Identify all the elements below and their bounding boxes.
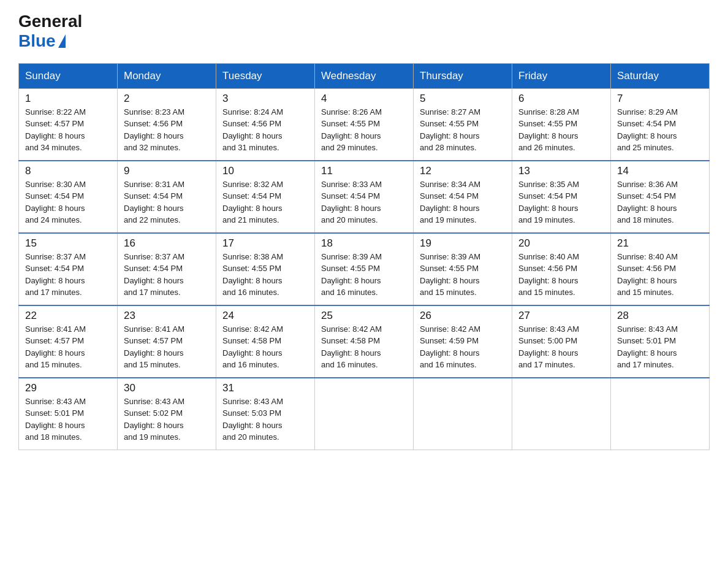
day-number: 1 (25, 93, 111, 105)
day-info: Sunrise: 8:23 AMSunset: 4:56 PMDaylight:… (124, 106, 210, 154)
day-info: Sunrise: 8:37 AMSunset: 4:54 PMDaylight:… (25, 251, 111, 299)
day-info: Sunrise: 8:27 AMSunset: 4:55 PMDaylight:… (420, 106, 506, 154)
day-info: Sunrise: 8:30 AMSunset: 4:54 PMDaylight:… (25, 178, 111, 226)
calendar-cell: 22 Sunrise: 8:41 AMSunset: 4:57 PMDaylig… (19, 305, 118, 378)
day-info: Sunrise: 8:42 AMSunset: 4:58 PMDaylight:… (321, 323, 407, 371)
day-number: 26 (420, 310, 506, 322)
day-info: Sunrise: 8:41 AMSunset: 4:57 PMDaylight:… (25, 323, 111, 371)
logo-general-text: General (18, 12, 82, 31)
column-header-monday: Monday (118, 63, 216, 88)
calendar-cell (611, 378, 710, 450)
column-header-friday: Friday (512, 63, 611, 88)
day-info: Sunrise: 8:26 AMSunset: 4:55 PMDaylight:… (321, 106, 407, 154)
calendar-week-row: 22 Sunrise: 8:41 AMSunset: 4:57 PMDaylig… (19, 305, 710, 378)
page-header: General Blue (18, 12, 710, 51)
calendar-cell: 26 Sunrise: 8:42 AMSunset: 4:59 PMDaylig… (414, 305, 512, 378)
day-number: 22 (25, 310, 111, 322)
day-info: Sunrise: 8:43 AMSunset: 5:00 PMDaylight:… (518, 323, 604, 371)
day-info: Sunrise: 8:38 AMSunset: 4:55 PMDaylight:… (222, 251, 308, 299)
calendar-cell: 19 Sunrise: 8:39 AMSunset: 4:55 PMDaylig… (414, 233, 512, 305)
day-number: 30 (124, 382, 210, 394)
day-number: 29 (25, 382, 111, 394)
day-number: 15 (25, 237, 111, 250)
calendar-cell: 7 Sunrise: 8:29 AMSunset: 4:54 PMDayligh… (611, 88, 710, 161)
logo-triangle-icon (58, 34, 66, 48)
calendar-cell: 1 Sunrise: 8:22 AMSunset: 4:57 PMDayligh… (19, 88, 118, 161)
column-header-saturday: Saturday (611, 63, 710, 88)
calendar-week-row: 1 Sunrise: 8:22 AMSunset: 4:57 PMDayligh… (19, 88, 710, 161)
calendar-cell: 11 Sunrise: 8:33 AMSunset: 4:54 PMDaylig… (315, 161, 414, 233)
day-number: 20 (518, 237, 604, 250)
day-number: 31 (222, 382, 308, 394)
day-info: Sunrise: 8:31 AMSunset: 4:54 PMDaylight:… (124, 178, 210, 226)
day-number: 21 (617, 237, 703, 250)
calendar-cell (315, 378, 414, 450)
column-header-thursday: Thursday (414, 63, 512, 88)
day-info: Sunrise: 8:33 AMSunset: 4:54 PMDaylight:… (321, 178, 407, 226)
day-number: 28 (617, 310, 703, 322)
calendar-week-row: 29 Sunrise: 8:43 AMSunset: 5:01 PMDaylig… (19, 378, 710, 450)
day-info: Sunrise: 8:43 AMSunset: 5:03 PMDaylight:… (222, 396, 308, 443)
calendar-cell: 3 Sunrise: 8:24 AMSunset: 4:56 PMDayligh… (216, 88, 315, 161)
calendar-cell: 17 Sunrise: 8:38 AMSunset: 4:55 PMDaylig… (216, 233, 315, 305)
calendar-cell: 18 Sunrise: 8:39 AMSunset: 4:55 PMDaylig… (315, 233, 414, 305)
day-number: 2 (124, 93, 210, 105)
calendar-cell: 12 Sunrise: 8:34 AMSunset: 4:54 PMDaylig… (414, 161, 512, 233)
calendar-cell: 10 Sunrise: 8:32 AMSunset: 4:54 PMDaylig… (216, 161, 315, 233)
day-info: Sunrise: 8:42 AMSunset: 4:59 PMDaylight:… (420, 323, 506, 371)
day-number: 17 (222, 237, 308, 250)
day-number: 11 (321, 165, 407, 177)
day-info: Sunrise: 8:41 AMSunset: 4:57 PMDaylight:… (124, 323, 210, 371)
calendar-cell: 25 Sunrise: 8:42 AMSunset: 4:58 PMDaylig… (315, 305, 414, 378)
logo: General Blue (18, 12, 82, 51)
calendar-cell: 29 Sunrise: 8:43 AMSunset: 5:01 PMDaylig… (19, 378, 118, 450)
day-number: 13 (518, 165, 604, 177)
calendar-cell: 31 Sunrise: 8:43 AMSunset: 5:03 PMDaylig… (216, 378, 315, 450)
day-number: 19 (420, 237, 506, 250)
day-number: 3 (222, 93, 308, 105)
day-number: 12 (420, 165, 506, 177)
day-info: Sunrise: 8:28 AMSunset: 4:55 PMDaylight:… (518, 106, 604, 154)
day-info: Sunrise: 8:43 AMSunset: 5:01 PMDaylight:… (25, 396, 111, 443)
day-info: Sunrise: 8:40 AMSunset: 4:56 PMDaylight:… (617, 251, 703, 299)
day-info: Sunrise: 8:32 AMSunset: 4:54 PMDaylight:… (222, 178, 308, 226)
day-number: 8 (25, 165, 111, 177)
day-number: 5 (420, 93, 506, 105)
calendar-cell: 9 Sunrise: 8:31 AMSunset: 4:54 PMDayligh… (118, 161, 216, 233)
day-number: 25 (321, 310, 407, 322)
calendar-table: SundayMondayTuesdayWednesdayThursdayFrid… (18, 63, 710, 450)
calendar-header-row: SundayMondayTuesdayWednesdayThursdayFrid… (19, 63, 710, 88)
calendar-cell: 5 Sunrise: 8:27 AMSunset: 4:55 PMDayligh… (414, 88, 512, 161)
calendar-cell: 28 Sunrise: 8:43 AMSunset: 5:01 PMDaylig… (611, 305, 710, 378)
day-number: 6 (518, 93, 604, 105)
calendar-cell (512, 378, 611, 450)
day-number: 10 (222, 165, 308, 177)
calendar-cell: 27 Sunrise: 8:43 AMSunset: 5:00 PMDaylig… (512, 305, 611, 378)
column-header-sunday: Sunday (19, 63, 118, 88)
calendar-cell: 21 Sunrise: 8:40 AMSunset: 4:56 PMDaylig… (611, 233, 710, 305)
day-info: Sunrise: 8:39 AMSunset: 4:55 PMDaylight:… (321, 251, 407, 299)
day-number: 14 (617, 165, 703, 177)
calendar-cell: 13 Sunrise: 8:35 AMSunset: 4:54 PMDaylig… (512, 161, 611, 233)
day-info: Sunrise: 8:40 AMSunset: 4:56 PMDaylight:… (518, 251, 604, 299)
calendar-cell: 6 Sunrise: 8:28 AMSunset: 4:55 PMDayligh… (512, 88, 611, 161)
day-number: 9 (124, 165, 210, 177)
day-info: Sunrise: 8:24 AMSunset: 4:56 PMDaylight:… (222, 106, 308, 154)
calendar-cell: 4 Sunrise: 8:26 AMSunset: 4:55 PMDayligh… (315, 88, 414, 161)
calendar-cell: 24 Sunrise: 8:42 AMSunset: 4:58 PMDaylig… (216, 305, 315, 378)
calendar-cell: 14 Sunrise: 8:36 AMSunset: 4:54 PMDaylig… (611, 161, 710, 233)
day-number: 7 (617, 93, 703, 105)
calendar-cell: 15 Sunrise: 8:37 AMSunset: 4:54 PMDaylig… (19, 233, 118, 305)
calendar-cell: 2 Sunrise: 8:23 AMSunset: 4:56 PMDayligh… (118, 88, 216, 161)
calendar-cell: 23 Sunrise: 8:41 AMSunset: 4:57 PMDaylig… (118, 305, 216, 378)
day-info: Sunrise: 8:36 AMSunset: 4:54 PMDaylight:… (617, 178, 703, 226)
day-info: Sunrise: 8:35 AMSunset: 4:54 PMDaylight:… (518, 178, 604, 226)
day-number: 4 (321, 93, 407, 105)
day-number: 16 (124, 237, 210, 250)
calendar-week-row: 15 Sunrise: 8:37 AMSunset: 4:54 PMDaylig… (19, 233, 710, 305)
day-info: Sunrise: 8:39 AMSunset: 4:55 PMDaylight:… (420, 251, 506, 299)
day-number: 27 (518, 310, 604, 322)
day-info: Sunrise: 8:22 AMSunset: 4:57 PMDaylight:… (25, 106, 111, 154)
day-info: Sunrise: 8:42 AMSunset: 4:58 PMDaylight:… (222, 323, 308, 371)
column-header-wednesday: Wednesday (315, 63, 414, 88)
